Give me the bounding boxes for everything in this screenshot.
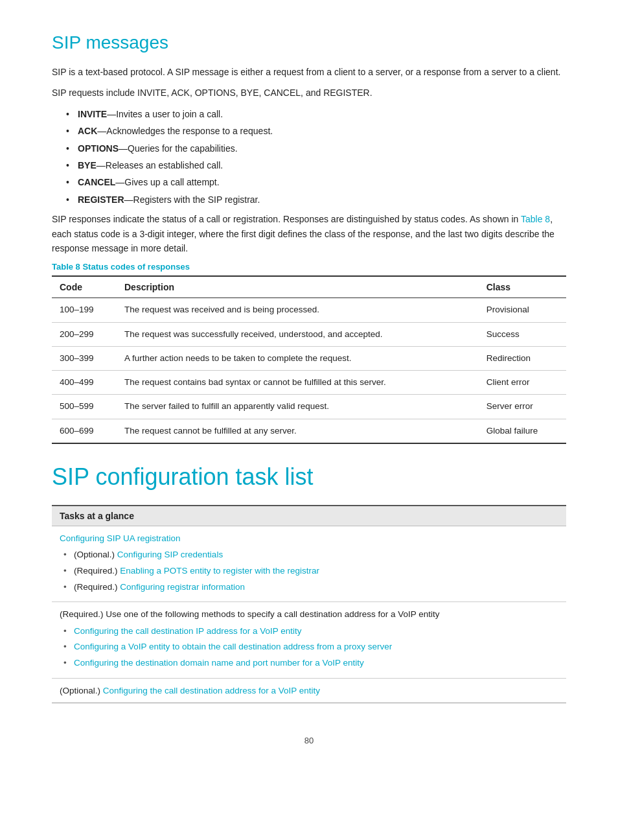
task-row-2: (Required.) Use one of the following met… [52, 602, 566, 678]
link-call-dest-address[interactable]: Configuring the call destination address… [103, 686, 320, 695]
cell-class: Provisional [479, 298, 566, 322]
sip-messages-intro2: SIP requests include INVITE, ACK, OPTION… [52, 86, 566, 100]
cell-class: Redirection [479, 346, 566, 370]
cell-code: 500–599 [52, 395, 117, 419]
link-voip-proxy[interactable]: Configuring a VoIP entity to obtain the … [74, 642, 392, 651]
list-item-invite: INVITE—Invites a user to join a call. [78, 107, 566, 121]
task-cell-1: Configuring SIP UA registration (Optiona… [52, 526, 566, 601]
table-row: 100–199The request was received and is b… [52, 298, 566, 322]
sip-config-title: SIP configuration task list [52, 463, 566, 491]
task-row-1: Configuring SIP UA registration (Optiona… [52, 526, 566, 601]
table-row: 600–699The request cannot be fulfilled a… [52, 419, 566, 443]
task-sub-list-1: (Optional.) Configuring SIP credentials … [74, 548, 558, 594]
task-optional-text: (Optional.) [60, 686, 103, 695]
table-row: 300–399A further action needs to be take… [52, 346, 566, 370]
cell-code: 300–399 [52, 346, 117, 370]
task-required-text: (Required.) Use one of the following met… [60, 609, 440, 619]
task-cell-3: (Optional.) Configuring the call destina… [52, 678, 566, 703]
sip-config-section: SIP configuration task list Tasks at a g… [52, 463, 566, 703]
list-item-bye: BYE—Releases an established call. [78, 158, 566, 172]
tasks-header-row: Tasks at a glance [52, 506, 566, 526]
cell-code: 400–499 [52, 371, 117, 395]
cell-code: 100–199 [52, 298, 117, 322]
list-item-cancel: CANCEL—Gives up a call attempt. [78, 175, 566, 189]
link-call-dest-ip[interactable]: Configuring the call destination IP addr… [74, 626, 301, 636]
table-row: 400–499The request contains bad syntax o… [52, 371, 566, 395]
task-bullet-optional-credentials: (Optional.) Configuring SIP credentials [74, 548, 558, 562]
list-item-register: REGISTER—Registers with the SIP registra… [78, 192, 566, 207]
status-codes-table: Code Description Class 100–199The reques… [52, 275, 566, 444]
link-sip-ua-registration[interactable]: Configuring SIP UA registration [60, 533, 181, 543]
tasks-header-cell: Tasks at a glance [52, 506, 566, 526]
link-registrar-info[interactable]: Configuring registrar information [120, 582, 245, 592]
list-item-options: OPTIONS—Queries for the capabilities. [78, 141, 566, 156]
link-pots-entity[interactable]: Enabling a POTS entity to register with … [120, 566, 319, 576]
cell-code: 600–699 [52, 419, 117, 443]
cell-class: Global failure [479, 419, 566, 443]
task-bullet-domain: Configuring the destination domain name … [74, 656, 558, 670]
task-bullet-required-registrar: (Required.) Configuring registrar inform… [74, 580, 558, 594]
cell-description: The request contains bad syntax or canno… [117, 371, 479, 395]
cell-class: Server error [479, 395, 566, 419]
task-cell-2: (Required.) Use one of the following met… [52, 602, 566, 678]
link-sip-credentials[interactable]: Configuring SIP credentials [117, 550, 223, 559]
list-item-ack: ACK—Acknowledges the response to a reque… [78, 124, 566, 138]
task-bullet-proxy: Configuring a VoIP entity to obtain the … [74, 640, 558, 654]
tasks-table: Tasks at a glance Configuring SIP UA reg… [52, 505, 566, 703]
sip-messages-section: SIP messages SIP is a text-based protoco… [52, 32, 566, 444]
task-bullet-required-pots: (Required.) Enabling a POTS entity to re… [74, 564, 558, 578]
cell-description: The request was received and is being pr… [117, 298, 479, 322]
page-number: 80 [52, 736, 566, 745]
cell-description: The request was successfully received, u… [117, 322, 479, 346]
task-row-3: (Optional.) Configuring the call destina… [52, 678, 566, 703]
sip-responses-text: SIP responses indicate the status of a c… [52, 212, 566, 255]
col-header-code: Code [52, 276, 117, 298]
cell-class: Client error [479, 371, 566, 395]
task-sub-list-2: Configuring the call destination IP addr… [74, 624, 558, 670]
table-row: 500–599The server failed to fulfill an a… [52, 395, 566, 419]
sip-requests-list: INVITE—Invites a user to join a call. AC… [78, 107, 566, 207]
table-row: 200–299The request was successfully rece… [52, 322, 566, 346]
table-caption: Table 8 Status codes of responses [52, 262, 566, 272]
col-header-class: Class [479, 276, 566, 298]
col-header-description: Description [117, 276, 479, 298]
sip-messages-intro1: SIP is a text-based protocol. A SIP mess… [52, 65, 566, 79]
task-bullet-dest-ip: Configuring the call destination IP addr… [74, 624, 558, 638]
cell-description: A further action needs to be taken to co… [117, 346, 479, 370]
table8-link[interactable]: Table 8 [521, 214, 550, 224]
cell-code: 200–299 [52, 322, 117, 346]
sip-messages-title: SIP messages [52, 32, 566, 53]
link-dest-domain[interactable]: Configuring the destination domain name … [74, 658, 364, 668]
cell-description: The request cannot be fulfilled at any s… [117, 419, 479, 443]
cell-class: Success [479, 322, 566, 346]
cell-description: The server failed to fulfill an apparent… [117, 395, 479, 419]
